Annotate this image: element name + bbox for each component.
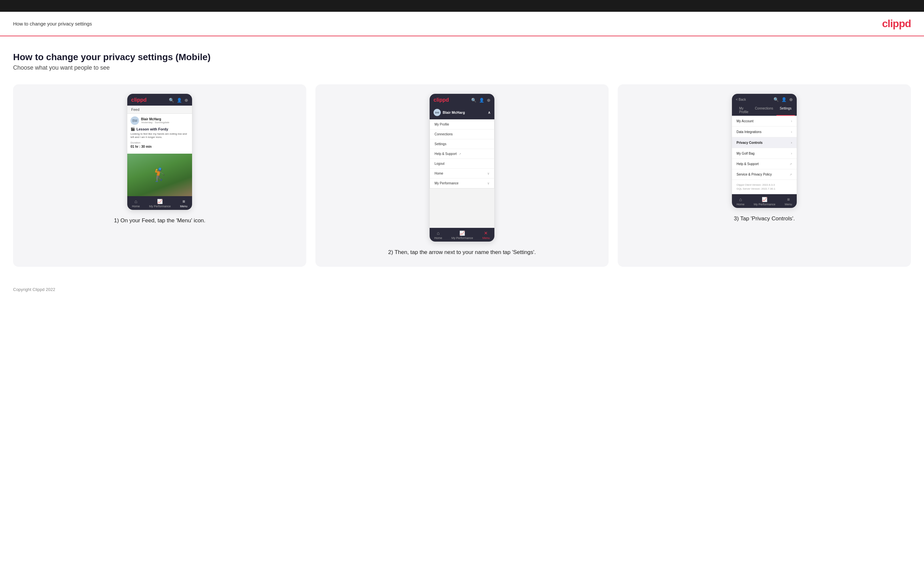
nav2-performance[interactable]: 📈 My Performance — [452, 230, 473, 240]
nav2-home[interactable]: ⌂ Home — [434, 230, 442, 240]
my-account-chevron: › — [791, 119, 792, 123]
feed-username: Blair McHarg — [141, 118, 169, 121]
nav2-home-label: Home — [434, 236, 442, 240]
footer: Copyright Clippd 2022 — [0, 280, 924, 302]
duration-label: Duration — [131, 141, 189, 144]
nav3-home[interactable]: ⌂ Home — [737, 197, 745, 206]
phone-1-icons: 🔍 👤 ⊕ — [169, 98, 188, 103]
performance-chevron: ∨ — [487, 181, 489, 185]
phone-2-header: clippd 🔍 👤 ⊕ — [430, 94, 494, 106]
blurred-bg — [430, 189, 494, 228]
lesson-icon: 🎬 — [131, 127, 135, 131]
my-golf-bag-label: My Golf Bag — [737, 152, 754, 155]
menu-icon-3: ≡ — [787, 197, 790, 202]
step-3-card: < Back 🔍 👤 ⊕ My Profile Connections Sett… — [618, 84, 911, 267]
settings-help-support[interactable]: Help & Support ↗ — [732, 159, 797, 169]
collapse-arrow[interactable]: ∧ — [488, 111, 491, 115]
copyright: Copyright Clippd 2022 — [13, 287, 55, 292]
top-bar — [0, 0, 924, 12]
performance-icon-3: 📈 — [762, 197, 767, 202]
phone-1-logo: clippd — [131, 97, 147, 103]
step-2-card: clippd 🔍 👤 ⊕ BM Blair McHarg ∧ — [315, 84, 609, 267]
menu-performance-group[interactable]: My Performance ∨ — [430, 179, 494, 188]
back-button[interactable]: < Back — [736, 98, 746, 102]
feed-tab: Feed — [127, 106, 192, 114]
user-icon-3: 👤 — [781, 97, 787, 102]
menu-home-group[interactable]: Home ∨ — [430, 169, 494, 179]
settings-service-privacy[interactable]: Service & Privacy Policy ↗ — [732, 169, 797, 180]
main-content: How to change your privacy settings (Mob… — [0, 36, 924, 280]
clippd-logo: clippd — [882, 18, 911, 30]
duration-value: 01 hr : 30 min — [131, 145, 189, 148]
settings-privacy-controls[interactable]: Privacy Controls › — [732, 137, 797, 148]
help-external-icon: ↗ — [790, 163, 792, 166]
settings-icon-2: ⊕ — [487, 98, 491, 103]
logout-label: Logout — [435, 162, 445, 165]
nav-performance-label: My Performance — [149, 205, 171, 208]
feed-user-info: Blair McHarg Yesterday · Sunningdale — [141, 118, 169, 124]
menu-my-profile[interactable]: My Profile — [430, 120, 494, 129]
back-row: < Back 🔍 👤 ⊕ — [736, 97, 793, 105]
help-label: Help & Support — [435, 152, 457, 156]
phone-1-nav: ⌂ Home 📈 My Performance ≡ Menu — [127, 196, 192, 210]
phone-1-header: clippd 🔍 👤 ⊕ — [127, 94, 192, 106]
version-info: Clippd Client Version: 2022.8.3-3 GQL Se… — [732, 180, 797, 194]
feed-user-row: BM Blair McHarg Yesterday · Sunningdale — [131, 116, 189, 125]
nav2-close[interactable]: ✕ Menu — [482, 230, 490, 240]
lesson-name: Lesson with Fordy — [136, 127, 168, 131]
my-profile-label: My Profile — [435, 122, 449, 126]
nav3-menu[interactable]: ≡ Menu — [785, 197, 792, 206]
lesson-title: 🎬 Lesson with Fordy — [131, 127, 189, 131]
menu-settings[interactable]: Settings — [430, 139, 494, 149]
phone-2-icons: 🔍 👤 ⊕ — [471, 98, 491, 103]
nav-menu[interactable]: ≡ Menu — [180, 199, 187, 208]
tab-connections[interactable]: Connections — [751, 105, 777, 116]
service-privacy-label: Service & Privacy Policy — [737, 172, 772, 176]
step-2-phone: clippd 🔍 👤 ⊕ BM Blair McHarg ∧ — [429, 93, 495, 242]
my-golf-bag-chevron: › — [791, 152, 792, 155]
settings-tabs: My Profile Connections Settings — [736, 105, 793, 116]
feed-date: Yesterday · Sunningdale — [141, 121, 169, 124]
data-integrations-label: Data Integrations — [737, 130, 761, 134]
nav3-home-label: Home — [737, 203, 745, 206]
settings-header: < Back 🔍 👤 ⊕ My Profile Connections Sett… — [732, 94, 797, 116]
step-3-phone: < Back 🔍 👤 ⊕ My Profile Connections Sett… — [732, 93, 797, 208]
my-account-label: My Account — [737, 119, 754, 123]
step-1-caption: 1) On your Feed, tap the 'Menu' icon. — [114, 217, 205, 225]
nav3-performance[interactable]: 📈 My Performance — [754, 197, 775, 206]
nav3-performance-label: My Performance — [754, 203, 775, 206]
nav-performance[interactable]: 📈 My Performance — [149, 199, 171, 208]
phone-3-nav: ⌂ Home 📈 My Performance ≡ Menu — [732, 194, 797, 208]
settings-data-integrations[interactable]: Data Integrations › — [732, 127, 797, 137]
phone-2-logo: clippd — [433, 97, 449, 103]
phone-3-icons: 🔍 👤 ⊕ — [774, 97, 793, 102]
step-1-phone: clippd 🔍 👤 ⊕ Feed BM Blair McHarg — [127, 93, 192, 210]
step-2-caption: 2) Then, tap the arrow next to your name… — [388, 248, 536, 256]
tab-settings[interactable]: Settings — [777, 105, 795, 116]
header: How to change your privacy settings clip… — [0, 12, 924, 36]
home-chevron: ∨ — [487, 172, 489, 175]
menu-dropdown: My Profile Connections Settings Help & S… — [430, 119, 494, 189]
menu-logout[interactable]: Logout — [430, 159, 494, 169]
version-line-2: GQL Server Version: 2022.7.30-1 — [737, 187, 792, 191]
performance-group-label: My Performance — [435, 181, 459, 185]
tab-my-profile[interactable]: My Profile — [736, 105, 751, 116]
nav-menu-label: Menu — [180, 205, 187, 208]
search-icon-2: 🔍 — [471, 98, 477, 103]
help-support-label: Help & Support — [737, 162, 759, 166]
breadcrumb: How to change your privacy settings — [13, 21, 92, 26]
home-icon-2: ⌂ — [437, 230, 439, 236]
golf-image: 🏌️ — [127, 154, 192, 196]
menu-help-support[interactable]: Help & Support — [430, 149, 494, 159]
performance-icon-2: 📈 — [459, 230, 465, 236]
performance-icon: 📈 — [157, 199, 163, 204]
settings-my-account[interactable]: My Account › — [732, 116, 797, 127]
nav3-menu-label: Menu — [785, 203, 792, 206]
menu-user-row: BM Blair McHarg ∧ — [430, 106, 494, 119]
nav-home[interactable]: ⌂ Home — [132, 199, 140, 208]
menu-connections[interactable]: Connections — [430, 129, 494, 139]
settings-icon-3: ⊕ — [789, 97, 793, 102]
settings-my-golf-bag[interactable]: My Golf Bag › — [732, 148, 797, 159]
feed-post: BM Blair McHarg Yesterday · Sunningdale … — [127, 114, 192, 154]
close-icon: ✕ — [484, 230, 488, 236]
